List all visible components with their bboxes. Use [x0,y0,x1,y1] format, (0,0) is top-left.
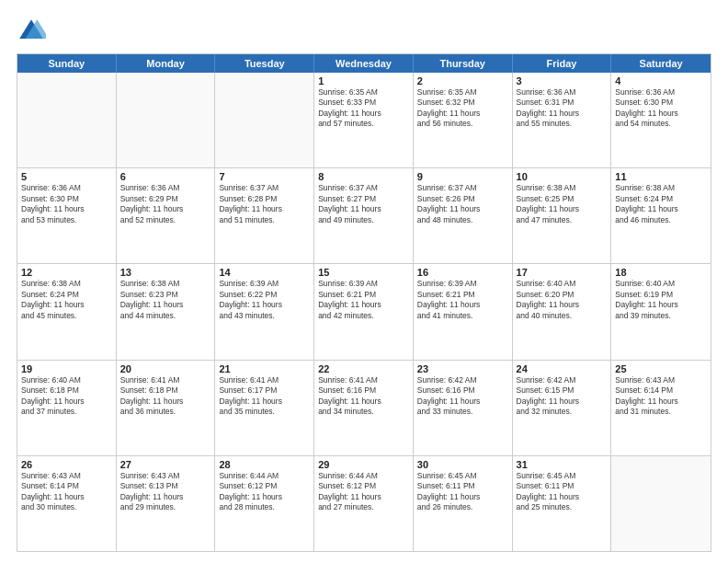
calendar-day-23: 23Sunrise: 6:42 AM Sunset: 6:16 PM Dayli… [414,361,513,455]
day-number: 16 [417,267,508,278]
calendar-week-4: 19Sunrise: 6:40 AM Sunset: 6:18 PM Dayli… [17,361,711,456]
day-info: Sunrise: 6:36 AM Sunset: 6:29 PM Dayligh… [120,183,211,225]
calendar-day-5: 5Sunrise: 6:36 AM Sunset: 6:30 PM Daylig… [17,168,117,263]
day-number: 6 [120,171,211,182]
calendar-day-10: 10Sunrise: 6:38 AM Sunset: 6:25 PM Dayli… [513,168,612,263]
header-day-wednesday: Wednesday [314,54,414,73]
day-number: 29 [318,459,409,470]
calendar-day-empty [215,73,314,167]
day-info: Sunrise: 6:42 AM Sunset: 6:16 PM Dayligh… [417,375,508,418]
calendar-day-25: 25Sunrise: 6:43 AM Sunset: 6:14 PM Dayli… [611,361,711,455]
calendar-day-20: 20Sunrise: 6:41 AM Sunset: 6:18 PM Dayli… [117,361,216,455]
calendar-day-empty [17,73,117,167]
calendar-day-13: 13Sunrise: 6:38 AM Sunset: 6:23 PM Dayli… [117,264,216,359]
calendar: SundayMondayTuesdayWednesdayThursdayFrid… [17,53,711,552]
day-number: 4 [615,75,707,86]
day-info: Sunrise: 6:37 AM Sunset: 6:27 PM Dayligh… [318,183,409,225]
day-number: 15 [318,267,409,278]
day-number: 17 [517,267,608,278]
day-info: Sunrise: 6:43 AM Sunset: 6:14 PM Dayligh… [615,375,707,418]
calendar-day-9: 9Sunrise: 6:37 AM Sunset: 6:26 PM Daylig… [414,168,513,263]
day-info: Sunrise: 6:38 AM Sunset: 6:24 PM Dayligh… [21,279,112,321]
day-info: Sunrise: 6:37 AM Sunset: 6:26 PM Dayligh… [417,183,508,225]
calendar-day-16: 16Sunrise: 6:39 AM Sunset: 6:21 PM Dayli… [414,264,513,359]
day-info: Sunrise: 6:38 AM Sunset: 6:25 PM Dayligh… [517,183,608,225]
day-number: 20 [120,363,211,374]
day-info: Sunrise: 6:35 AM Sunset: 6:32 PM Dayligh… [417,87,508,130]
day-info: Sunrise: 6:41 AM Sunset: 6:16 PM Dayligh… [318,375,409,418]
calendar-day-2: 2Sunrise: 6:35 AM Sunset: 6:32 PM Daylig… [414,73,513,167]
calendar-day-29: 29Sunrise: 6:44 AM Sunset: 6:12 PM Dayli… [314,456,414,551]
day-info: Sunrise: 6:44 AM Sunset: 6:12 PM Dayligh… [219,471,310,513]
calendar-day-7: 7Sunrise: 6:37 AM Sunset: 6:28 PM Daylig… [215,168,314,263]
calendar-day-1: 1Sunrise: 6:35 AM Sunset: 6:33 PM Daylig… [314,73,414,167]
calendar-day-3: 3Sunrise: 6:36 AM Sunset: 6:31 PM Daylig… [513,73,612,167]
calendar-day-26: 26Sunrise: 6:43 AM Sunset: 6:14 PM Dayli… [17,456,117,551]
day-number: 12 [21,267,112,278]
calendar-header: SundayMondayTuesdayWednesdayThursdayFrid… [17,54,711,73]
calendar-day-19: 19Sunrise: 6:40 AM Sunset: 6:18 PM Dayli… [17,361,117,455]
day-info: Sunrise: 6:45 AM Sunset: 6:11 PM Dayligh… [517,471,608,513]
calendar-day-22: 22Sunrise: 6:41 AM Sunset: 6:16 PM Dayli… [314,361,414,455]
day-info: Sunrise: 6:40 AM Sunset: 6:19 PM Dayligh… [615,279,707,321]
day-number: 19 [21,363,112,374]
calendar-day-14: 14Sunrise: 6:39 AM Sunset: 6:22 PM Dayli… [215,264,314,359]
logo-icon [17,17,46,46]
day-info: Sunrise: 6:39 AM Sunset: 6:21 PM Dayligh… [417,279,508,321]
day-info: Sunrise: 6:36 AM Sunset: 6:30 PM Dayligh… [615,87,707,130]
day-info: Sunrise: 6:36 AM Sunset: 6:30 PM Dayligh… [21,183,112,225]
day-number: 3 [517,75,608,86]
day-number: 30 [417,459,508,470]
day-info: Sunrise: 6:38 AM Sunset: 6:23 PM Dayligh… [120,279,211,321]
header-day-thursday: Thursday [414,54,513,73]
day-info: Sunrise: 6:38 AM Sunset: 6:24 PM Dayligh… [615,183,707,225]
day-number: 31 [517,459,608,470]
header-day-tuesday: Tuesday [215,54,314,73]
calendar-week-2: 5Sunrise: 6:36 AM Sunset: 6:30 PM Daylig… [17,168,711,264]
calendar-week-3: 12Sunrise: 6:38 AM Sunset: 6:24 PM Dayli… [17,264,711,360]
day-number: 18 [615,267,707,278]
calendar-week-1: 1Sunrise: 6:35 AM Sunset: 6:33 PM Daylig… [17,73,711,168]
day-info: Sunrise: 6:45 AM Sunset: 6:11 PM Dayligh… [417,471,508,513]
day-number: 23 [417,363,508,374]
day-number: 10 [517,171,608,182]
header-day-saturday: Saturday [611,54,711,73]
day-info: Sunrise: 6:39 AM Sunset: 6:21 PM Dayligh… [318,279,409,321]
calendar-day-30: 30Sunrise: 6:45 AM Sunset: 6:11 PM Dayli… [414,456,513,551]
day-info: Sunrise: 6:37 AM Sunset: 6:28 PM Dayligh… [219,183,310,225]
day-info: Sunrise: 6:35 AM Sunset: 6:33 PM Dayligh… [318,87,409,130]
calendar-day-11: 11Sunrise: 6:38 AM Sunset: 6:24 PM Dayli… [611,168,711,263]
header-day-sunday: Sunday [17,54,117,73]
header-day-monday: Monday [117,54,216,73]
day-info: Sunrise: 6:40 AM Sunset: 6:20 PM Dayligh… [517,279,608,321]
day-number: 5 [21,171,112,182]
header-day-friday: Friday [513,54,612,73]
day-number: 13 [120,267,211,278]
day-number: 9 [417,171,508,182]
calendar-day-15: 15Sunrise: 6:39 AM Sunset: 6:21 PM Dayli… [314,264,414,359]
day-number: 14 [219,267,310,278]
day-info: Sunrise: 6:36 AM Sunset: 6:31 PM Dayligh… [517,87,608,130]
calendar-week-5: 26Sunrise: 6:43 AM Sunset: 6:14 PM Dayli… [17,456,711,551]
day-number: 1 [318,75,409,86]
logo [17,17,50,46]
calendar-day-24: 24Sunrise: 6:42 AM Sunset: 6:15 PM Dayli… [513,361,612,455]
day-number: 21 [219,363,310,374]
day-number: 27 [120,459,211,470]
day-info: Sunrise: 6:41 AM Sunset: 6:18 PM Dayligh… [120,375,211,418]
day-number: 25 [615,363,707,374]
day-info: Sunrise: 6:40 AM Sunset: 6:18 PM Dayligh… [21,375,112,418]
calendar-day-4: 4Sunrise: 6:36 AM Sunset: 6:30 PM Daylig… [611,73,711,167]
calendar-day-18: 18Sunrise: 6:40 AM Sunset: 6:19 PM Dayli… [611,264,711,359]
calendar-day-6: 6Sunrise: 6:36 AM Sunset: 6:29 PM Daylig… [117,168,216,263]
calendar-body: 1Sunrise: 6:35 AM Sunset: 6:33 PM Daylig… [17,73,711,551]
calendar-day-8: 8Sunrise: 6:37 AM Sunset: 6:27 PM Daylig… [314,168,414,263]
day-number: 2 [417,75,508,86]
day-info: Sunrise: 6:39 AM Sunset: 6:22 PM Dayligh… [219,279,310,321]
day-number: 26 [21,459,112,470]
day-number: 8 [318,171,409,182]
day-number: 28 [219,459,310,470]
calendar-day-28: 28Sunrise: 6:44 AM Sunset: 6:12 PM Dayli… [215,456,314,551]
calendar-day-17: 17Sunrise: 6:40 AM Sunset: 6:20 PM Dayli… [513,264,612,359]
day-info: Sunrise: 6:44 AM Sunset: 6:12 PM Dayligh… [318,471,409,513]
